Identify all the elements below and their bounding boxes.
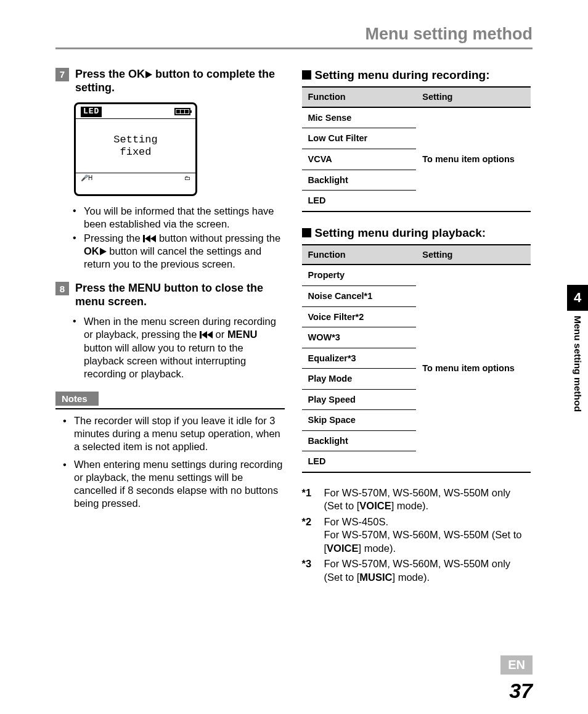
lcd-folder-icon: 🗀 xyxy=(184,174,190,183)
notes-header: Notes xyxy=(55,392,99,406)
fn1c: ] mode). xyxy=(391,500,429,511)
subhead-playback: Setting menu during playback: xyxy=(302,226,531,240)
s7b2c: button will cancel the settings and retu… xyxy=(84,245,261,269)
lcd-mic-icon: 🎤H xyxy=(81,174,92,183)
right-column: Setting menu during recording: Function … xyxy=(302,68,531,586)
step-number-8: 8 xyxy=(55,282,69,295)
left-column: 7 Press the OK button to complete the se… xyxy=(55,68,285,586)
step-8: 8 Press the MENU button to close the men… xyxy=(55,282,285,309)
table-row-function: WOW*3 xyxy=(302,327,417,348)
fn3-key: *3 xyxy=(302,557,319,584)
language-badge: EN xyxy=(500,655,533,675)
table-row-function: Equalizer*3 xyxy=(302,348,417,369)
s7b2a: Pressing the xyxy=(84,232,143,244)
footnote-3: *3 For WS-570M, WS-560M, WS-550M only (S… xyxy=(302,557,531,584)
th-setting-2: Setting xyxy=(416,245,531,265)
rewind-icon xyxy=(143,235,156,242)
step-7: 7 Press the OK button to complete the se… xyxy=(55,68,285,95)
note-2: When entering menu settings during recor… xyxy=(74,458,285,510)
table-row-function: VCVA xyxy=(302,149,417,170)
table-row-function: Property xyxy=(302,265,417,285)
table-row-function: LED xyxy=(302,191,417,211)
fn1b: VOICE xyxy=(359,500,391,511)
table-row-function: Skip Space xyxy=(302,410,417,431)
footnotes: *1 For WS-570M, WS-560M, WS-550M only (S… xyxy=(302,486,531,584)
s7b2b: button without pressing the xyxy=(156,232,280,244)
th-setting: Setting xyxy=(416,87,531,107)
playback-table: Function Setting PropertyTo menu item op… xyxy=(302,244,531,473)
lcd-line2: fixed xyxy=(80,146,192,158)
fn2a: For WS-450S. xyxy=(324,515,531,528)
table-row-function: LED xyxy=(302,451,417,472)
step8-bullets: When in the menu screen during recording… xyxy=(55,315,285,380)
square-bullet-icon xyxy=(302,70,311,80)
s7b2ok: OK xyxy=(84,245,99,256)
table-row-function: Backlight xyxy=(302,430,417,451)
fn2bc: ] mode). xyxy=(358,543,396,554)
lcd-screenshot: LED Setting fixed 🎤H🗀 xyxy=(74,102,285,196)
s8b1b: or xyxy=(213,329,227,340)
s8b1c: button will allow you to return to the p… xyxy=(84,342,246,379)
play-icon xyxy=(145,71,152,78)
note-1: The recorder will stop if you leave it i… xyxy=(74,414,285,453)
table-setting-cell: To menu item options xyxy=(416,265,531,472)
rewind-icon-2 xyxy=(200,331,213,339)
square-bullet-icon-2 xyxy=(302,228,311,237)
s8b1menu: MENU xyxy=(227,329,258,340)
step7-ok: OK xyxy=(128,68,145,80)
step7-bullets: You will be informed that the settings h… xyxy=(55,205,285,271)
step7-bullet-2: Pressing the button without pressing the… xyxy=(84,232,285,271)
table-row-function: Backlight xyxy=(302,170,417,191)
th-function-2: Function xyxy=(302,245,417,265)
th-function: Function xyxy=(302,87,417,107)
lcd-led-label: LED xyxy=(81,107,102,117)
step8-bullet-1: When in the menu screen during recording… xyxy=(84,315,285,380)
notes-list: The recorder will stop if you leave it i… xyxy=(55,414,285,511)
step7-bullet-1: You will be informed that the settings h… xyxy=(84,205,285,231)
step7-text-before: Press the xyxy=(75,68,128,80)
step-8-text: Press the MENU button to close the menu … xyxy=(75,282,285,309)
recording-table: Function Setting Mic SenseTo menu item o… xyxy=(302,86,531,211)
footnote-2: *2 For WS-450S. For WS-570M, WS-560M, WS… xyxy=(302,515,531,555)
subhead-recording-text: Setting menu during recording: xyxy=(315,68,490,81)
s8menu: MENU xyxy=(128,282,161,294)
table-row-function: Low Cut Filter xyxy=(302,128,417,149)
lcd-line1: Setting xyxy=(80,134,192,146)
fn3b: MUSIC xyxy=(359,572,392,583)
fn2-key: *2 xyxy=(302,515,319,555)
fn1-key: *1 xyxy=(302,486,319,513)
s8a: Press the xyxy=(75,282,128,294)
table-row-function: Mic Sense xyxy=(302,107,417,128)
step-number-7: 7 xyxy=(55,68,69,81)
footnote-1: *1 For WS-570M, WS-560M, WS-550M only (S… xyxy=(302,486,531,513)
chapter-tab: 4 xyxy=(567,285,588,311)
side-chapter-label: Menu setting method xyxy=(572,316,583,412)
play-icon-2 xyxy=(100,248,107,255)
page-number: 37 xyxy=(509,679,533,703)
subhead-playback-text: Setting menu during playback: xyxy=(315,226,486,239)
fn3c: ] mode). xyxy=(392,572,430,583)
page-header: Menu setting method xyxy=(55,25,533,49)
table-row-function: Noise Cancel*1 xyxy=(302,286,417,307)
table-row-function: Voice Filter*2 xyxy=(302,306,417,327)
subhead-recording: Setting menu during recording: xyxy=(302,68,531,83)
fn2bb: VOICE xyxy=(327,543,358,554)
table-row-function: Play Mode xyxy=(302,369,417,390)
table-setting-cell: To menu item options xyxy=(416,107,531,211)
table-row-function: Play Speed xyxy=(302,389,417,410)
battery-icon xyxy=(174,108,190,115)
step-7-text: Press the OK button to complete the sett… xyxy=(75,68,285,95)
